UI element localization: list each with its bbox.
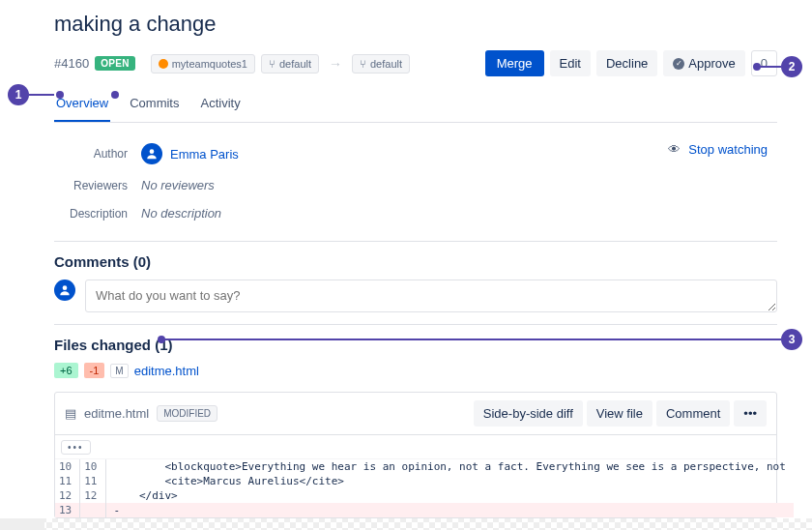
author-link[interactable]: Emma Paris [170,147,239,162]
svg-point-0 [150,149,155,154]
arrow-icon: → [329,56,342,72]
dest-branch[interactable]: ⑂ default [352,54,410,74]
line-number-new [80,503,105,517]
code-content: <cite>Marcus Aurelius</cite> [105,474,794,488]
file-panel: ▤ editme.html MODIFIED Side-by-side diff… [54,392,777,518]
code-content: - [105,503,794,517]
expand-hunk[interactable]: ••• [55,435,776,459]
side-by-side-button[interactable]: Side-by-side diff [474,400,583,427]
edit-button[interactable]: Edit [550,50,591,76]
state-badge: OPEN [95,56,135,71]
modified-badge: M [110,364,128,378]
diff-line[interactable]: 1010 <blockquote>Everything we hear is a… [55,459,794,474]
meta-row: #4160 OPEN myteamquotes1 ⑂ default → ⑂ d… [54,50,777,76]
line-number-new: 11 [80,474,105,488]
tab-activity[interactable]: Activity [198,90,242,122]
source-branch-name: default [279,58,311,70]
decline-button[interactable]: Decline [596,50,657,76]
stop-watching-link[interactable]: 👁 Stop watching [668,142,768,157]
branch-icon: ⑂ [269,58,276,70]
author-avatar[interactable] [141,143,162,164]
info-grid: 👁 Stop watching Author Emma Paris Review… [54,136,777,227]
callout-1: 1 [8,84,29,105]
description-value: No description [141,206,221,221]
divider [54,241,777,242]
diff-line[interactable]: 13- [55,503,794,517]
file-icon: ▤ [65,406,76,421]
callout-3: 3 [781,329,802,350]
line-number-new: 12 [80,488,105,503]
diff-table: 1010 <blockquote>Everything we hear is a… [55,459,794,517]
tab-commits[interactable]: Commits [128,90,181,122]
added-badge: +6 [54,363,78,378]
source-branch-chip[interactable]: myteamquotes1 [151,54,255,74]
file-status-badge: MODIFIED [157,405,218,422]
divider [54,324,777,325]
line-number-old: 10 [55,459,80,474]
repo-icon [159,59,168,69]
check-icon: ✓ [673,58,684,70]
stop-watching-label: Stop watching [688,142,768,157]
comment-input[interactable] [85,280,777,312]
file-link[interactable]: editme.html [134,364,199,378]
pr-id: #4160 [54,56,89,71]
file-name: editme.html [84,406,149,421]
merge-button[interactable]: Merge [485,50,544,76]
author-label: Author [54,147,141,161]
description-label: Description [54,207,141,221]
code-content: <blockquote>Everything we hear is an opi… [105,459,794,474]
source-branch[interactable]: ⑂ default [261,54,319,74]
dest-branch-name: default [370,58,402,70]
more-button[interactable]: ••• [734,400,767,427]
my-avatar [54,280,75,301]
eye-icon: 👁 [668,142,681,157]
line-number-old: 13 [55,503,80,517]
comment-button[interactable]: Comment [656,400,730,427]
line-number-old: 11 [55,474,80,488]
file-header: ▤ editme.html MODIFIED Side-by-side diff… [55,393,776,435]
page-title: making a change [54,12,777,37]
ellipsis-icon: ••• [61,440,91,455]
view-file-button[interactable]: View file [587,400,652,427]
diff-line[interactable]: 1212 </div> [55,488,794,503]
reviewers-value: No reviewers [141,178,215,192]
reviewers-label: Reviewers [54,179,141,192]
source-repo: myteamquotes1 [172,58,247,70]
line-number-new: 10 [80,459,105,474]
comments-title: Comments (0) [54,253,777,270]
approve-button[interactable]: ✓ Approve [663,50,744,76]
diff-summary: +6 -1 M editme.html [54,363,777,378]
svg-point-1 [63,285,68,290]
approve-label: Approve [688,56,735,71]
branch-icon: ⑂ [360,58,366,70]
code-content: </div> [105,488,794,503]
callout-2: 2 [781,56,802,77]
line-number-old: 12 [55,488,80,503]
tabs: Overview Commits Activity [54,90,777,123]
removed-badge: -1 [84,363,105,378]
diff-line[interactable]: 1111 <cite>Marcus Aurelius</cite> [55,474,794,488]
